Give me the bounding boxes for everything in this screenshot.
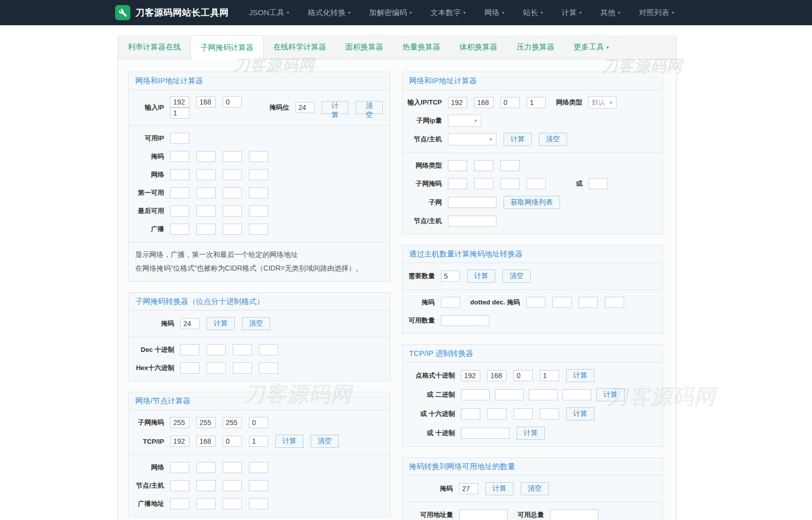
network-octet-input[interactable] bbox=[249, 462, 268, 473]
mask-bits-input[interactable] bbox=[295, 102, 315, 113]
decimal-octet-input[interactable] bbox=[233, 344, 252, 355]
mask-octet-input[interactable] bbox=[500, 178, 520, 189]
ip-octet-input[interactable] bbox=[170, 436, 189, 447]
mask-octet-input[interactable] bbox=[249, 417, 268, 428]
last-usable-octet-input[interactable] bbox=[223, 205, 242, 217]
tab-heat-converter[interactable]: 热量换算器 bbox=[393, 35, 450, 59]
hex-octet-input[interactable] bbox=[233, 362, 252, 374]
get-network-list-button[interactable]: 获取网络列表 bbox=[503, 196, 560, 209]
network-type-input[interactable] bbox=[500, 160, 520, 171]
mask-octet-input[interactable] bbox=[223, 151, 242, 162]
calc-button[interactable]: 计算 bbox=[517, 427, 545, 440]
ip-octet-input[interactable] bbox=[448, 97, 467, 108]
broadcast-octet-input[interactable] bbox=[196, 224, 216, 235]
mask-octet-input[interactable] bbox=[170, 417, 189, 428]
node-host-octet-input[interactable] bbox=[249, 480, 268, 491]
available-total-input[interactable] bbox=[550, 509, 598, 520]
hex-octet-input[interactable] bbox=[514, 408, 533, 420]
available-address-count-input[interactable] bbox=[459, 509, 508, 520]
calc-button[interactable]: 计算 bbox=[566, 407, 594, 421]
subnet-input[interactable] bbox=[448, 197, 496, 208]
calc-button[interactable]: 计算 bbox=[503, 133, 532, 146]
mask-bits-input[interactable] bbox=[441, 297, 460, 308]
ip-octet-input[interactable] bbox=[223, 96, 242, 108]
first-usable-octet-input[interactable] bbox=[170, 187, 189, 198]
nav-item-other[interactable]: 其他▾ bbox=[600, 8, 621, 18]
calc-button[interactable]: 计算 bbox=[322, 101, 349, 114]
last-usable-octet-input[interactable] bbox=[249, 205, 268, 217]
nav-item-json-tools[interactable]: JSON工具▾ bbox=[249, 8, 289, 18]
first-usable-octet-input[interactable] bbox=[196, 187, 216, 198]
tab-more-tools[interactable]: 更多工具▾ bbox=[564, 35, 619, 59]
ip-octet-input[interactable] bbox=[540, 370, 559, 381]
mask-octet-input[interactable] bbox=[170, 151, 189, 162]
node-host-select[interactable]: ▼ bbox=[448, 133, 496, 145]
nav-item-calculate[interactable]: 计算▾ bbox=[562, 8, 582, 18]
network-type-input[interactable] bbox=[474, 160, 493, 171]
ip-octet-input[interactable] bbox=[514, 370, 533, 381]
network-octet-input[interactable] bbox=[170, 169, 189, 180]
mask-octet-input[interactable] bbox=[526, 297, 545, 308]
clear-button[interactable]: 清空 bbox=[539, 133, 567, 146]
ip-octet-input[interactable] bbox=[487, 370, 506, 381]
network-type-select[interactable]: 默认▼ bbox=[588, 96, 617, 109]
nav-item-encrypt-encode[interactable]: 加解密编码▾ bbox=[369, 8, 412, 18]
hex-octet-input[interactable] bbox=[259, 362, 278, 374]
broadcast-octet-input[interactable] bbox=[196, 498, 216, 509]
broadcast-octet-input[interactable] bbox=[170, 498, 189, 509]
subnet-ip-count-select[interactable]: ▼ bbox=[448, 115, 481, 127]
available-count-input[interactable] bbox=[441, 315, 489, 326]
clear-button[interactable]: 清空 bbox=[242, 317, 270, 330]
ip-octet-input[interactable] bbox=[249, 436, 268, 447]
node-host-input[interactable] bbox=[448, 216, 496, 227]
ip-octet-input[interactable] bbox=[170, 96, 189, 108]
ip-octet-input[interactable] bbox=[196, 96, 216, 108]
node-host-octet-input[interactable] bbox=[223, 480, 242, 491]
broadcast-octet-input[interactable] bbox=[223, 498, 242, 509]
network-octet-input[interactable] bbox=[196, 462, 216, 473]
tab-subnet-mask-calculator[interactable]: 子网掩码计算器 bbox=[190, 35, 264, 60]
calc-button[interactable]: 计算 bbox=[566, 369, 594, 382]
broadcast-octet-input[interactable] bbox=[249, 224, 268, 235]
network-type-input[interactable] bbox=[448, 160, 467, 171]
decimal-octet-input[interactable] bbox=[180, 344, 199, 355]
tab-pressure-converter[interactable]: 压力换算器 bbox=[507, 35, 564, 59]
ip-octet-input[interactable] bbox=[223, 436, 242, 447]
hex-octet-input[interactable] bbox=[487, 408, 506, 420]
ip-octet-input[interactable] bbox=[461, 370, 480, 381]
network-octet-input[interactable] bbox=[170, 462, 189, 473]
mask-bits-input[interactable] bbox=[180, 318, 199, 329]
tab-scientific-calculator[interactable]: 在线科学计算器 bbox=[264, 35, 336, 59]
need-count-input[interactable] bbox=[441, 271, 460, 282]
tab-volume-converter[interactable]: 体积换算器 bbox=[450, 35, 507, 59]
calc-button[interactable]: 计算 bbox=[275, 435, 303, 448]
hex-octet-input[interactable] bbox=[207, 362, 226, 374]
nav-item-reference-list[interactable]: 对照列表▾ bbox=[639, 8, 674, 18]
mask-octet-input[interactable] bbox=[552, 297, 572, 308]
mask-octet-input[interactable] bbox=[605, 297, 624, 308]
mask-octet-input[interactable] bbox=[249, 151, 268, 162]
nav-item-network[interactable]: 网络▾ bbox=[484, 8, 504, 18]
calc-button[interactable]: 计算 bbox=[467, 270, 495, 283]
binary-octet-input[interactable] bbox=[563, 389, 591, 400]
broadcast-octet-input[interactable] bbox=[249, 498, 268, 509]
mask-octet-input[interactable] bbox=[527, 178, 546, 189]
hex-octet-input[interactable] bbox=[540, 408, 559, 420]
network-octet-input[interactable] bbox=[249, 169, 268, 180]
first-usable-octet-input[interactable] bbox=[223, 187, 242, 198]
calc-button[interactable]: 计算 bbox=[207, 317, 235, 330]
clear-button[interactable]: 清空 bbox=[311, 435, 339, 448]
clear-button[interactable]: 清空 bbox=[521, 482, 549, 495]
ip-octet-input[interactable] bbox=[527, 97, 546, 108]
ip-octet-input[interactable] bbox=[474, 97, 493, 108]
mask-octet-input[interactable] bbox=[223, 417, 242, 428]
calc-button[interactable]: 计算 bbox=[485, 482, 514, 495]
network-octet-input[interactable] bbox=[196, 169, 216, 180]
last-usable-octet-input[interactable] bbox=[196, 205, 216, 217]
decimal-input[interactable] bbox=[461, 428, 510, 439]
mask-octet-input[interactable] bbox=[579, 297, 598, 308]
binary-octet-input[interactable] bbox=[529, 389, 557, 400]
node-host-octet-input[interactable] bbox=[170, 480, 189, 491]
mask-bits-input[interactable] bbox=[589, 178, 608, 189]
network-octet-input[interactable] bbox=[223, 169, 242, 180]
